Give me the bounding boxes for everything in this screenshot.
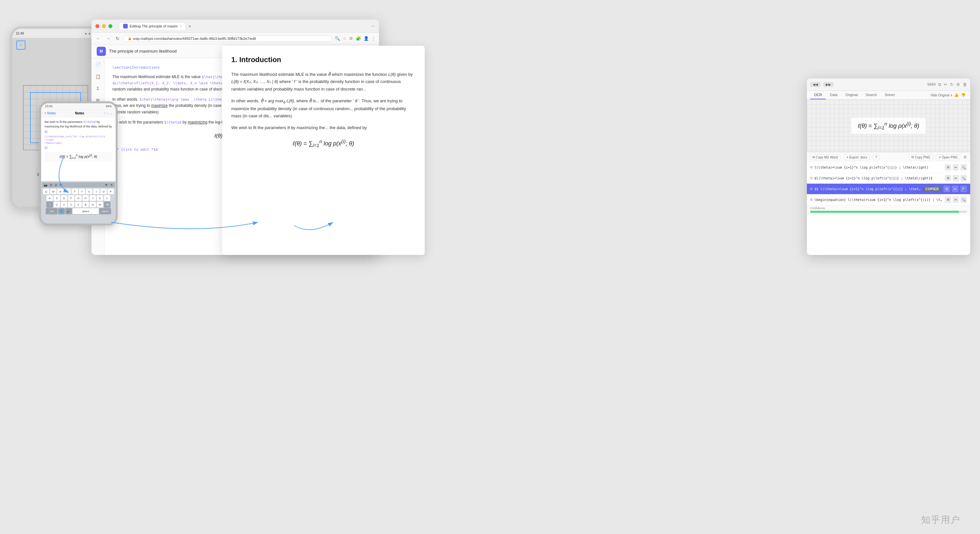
- browser-refresh-btn[interactable]: ↻: [115, 35, 121, 42]
- ocr-result-row-2[interactable]: ⧉ $l(\theta)=\sum_{i=1}^n \log p\left(x^…: [807, 173, 970, 184]
- traffic-light-green[interactable]: [108, 24, 112, 28]
- kb-key-u[interactable]: U: [86, 188, 92, 194]
- browser-menu-btn[interactable]: ⋯: [371, 24, 375, 29]
- kb-key-d[interactable]: D: [61, 195, 67, 201]
- kb-key-w[interactable]: W: [50, 188, 57, 194]
- doc-click-edit-text[interactable]: $$* click to edit *$$: [112, 147, 158, 151]
- kb-key-r[interactable]: R: [64, 188, 71, 194]
- kb-key-e[interactable]: E: [57, 188, 64, 194]
- ocr-edit-btn-3[interactable]: ✏: [952, 186, 958, 192]
- ocr-thumb-down-icon[interactable]: 👎: [961, 93, 966, 97]
- ocr-edit-btn-1[interactable]: ✏: [953, 164, 959, 171]
- kb-key-b[interactable]: B: [82, 202, 89, 207]
- ocr-copy-ms-word-btn[interactable]: ⧉ Copy MS Word: [810, 154, 840, 160]
- ocr-result-row-1[interactable]: ⧉ l(\theta)=\sum_{i=1}^n \log p\left(x^{…: [807, 162, 970, 173]
- kb-key-123[interactable]: 123: [46, 208, 57, 214]
- ocr-formula-display: ℓ(θ) = ∑i=1n log ρ(x(i); θ): [851, 118, 926, 134]
- kb-key-y[interactable]: Y: [79, 188, 85, 194]
- ocr-export-docx-btn[interactable]: ↗ Export .docx: [843, 155, 870, 160]
- browser-profile-icon[interactable]: 👤: [364, 36, 369, 41]
- kb-key-o[interactable]: O: [100, 188, 107, 194]
- sidebar-icon-sigma[interactable]: Σ: [94, 84, 102, 92]
- ocr-copy-btn-2[interactable]: ⧉: [945, 175, 951, 182]
- browser-puzzle-icon[interactable]: 🧩: [356, 36, 361, 41]
- ocr-tab-solver[interactable]: Solver: [881, 91, 899, 99]
- ocr-hide-original-btn[interactable]: Hide Original ∧: [930, 91, 953, 99]
- kb-key-backspace[interactable]: ⌫: [104, 202, 110, 207]
- kb-key-c[interactable]: C: [68, 202, 75, 207]
- ocr-search-btn-2[interactable]: 🔍: [960, 175, 967, 182]
- browser-active-tab[interactable]: Editing The principle of maxim ×: [119, 22, 186, 30]
- phone-status-battery: 92%: [106, 105, 112, 108]
- browser-back-btn[interactable]: ←: [95, 35, 102, 42]
- ocr-tab-ocr[interactable]: OCR: [810, 91, 826, 99]
- browser-url-bar[interactable]: 🔒 snip.mathpix.com/dasha/notes/445071ae-…: [124, 35, 332, 42]
- sidebar-icon-doc[interactable]: 📄: [94, 61, 102, 69]
- kb-key-l[interactable]: L: [104, 195, 110, 201]
- ocr-tab-original[interactable]: Original: [842, 91, 862, 99]
- ocr-result-row-3[interactable]: ⧉ $$ l(\theta)=\sum_{i=1}^n \log p\left(…: [807, 184, 970, 194]
- kb-key-h[interactable]: H: [82, 195, 89, 201]
- ocr-export-help-btn[interactable]: ?: [873, 155, 880, 160]
- ocr-prev-btn[interactable]: ◀◀: [810, 82, 821, 87]
- phone-back-btn[interactable]: < Notes: [45, 112, 56, 115]
- kb-key-z[interactable]: Z: [54, 202, 60, 207]
- ocr-copy-btn-4[interactable]: ⧉: [945, 196, 951, 203]
- ocr-result-2-text: $l(\theta)=\sum_{i=1}^n \log p\left(x^{(…: [815, 177, 943, 180]
- ocr-tab-data[interactable]: Data: [826, 91, 841, 99]
- kb-key-g[interactable]: G: [75, 195, 82, 201]
- ocr-copy-icon[interactable]: ⧉: [938, 82, 941, 87]
- kb-key-s[interactable]: S: [54, 195, 60, 201]
- ocr-edit-btn-2[interactable]: ✏: [953, 175, 959, 182]
- kb-key-i[interactable]: I: [93, 188, 100, 194]
- ocr-search-btn-4[interactable]: 🔍: [960, 196, 967, 203]
- kb-key-mic[interactable]: 🎤: [65, 208, 72, 214]
- kb-key-k[interactable]: K: [97, 195, 103, 201]
- browser-new-tab-btn[interactable]: +: [188, 24, 191, 29]
- kb-key-v[interactable]: V: [75, 202, 82, 207]
- ocr-edit-icon[interactable]: ✏: [944, 82, 947, 87]
- kb-key-m[interactable]: M: [97, 202, 103, 207]
- browser-more-icon[interactable]: ⋮: [371, 36, 375, 41]
- ocr-thumb-up-icon[interactable]: 👍: [954, 93, 959, 97]
- ocr-trash-icon[interactable]: 🗑: [963, 82, 967, 87]
- ocr-result-row-4[interactable]: ⧉ \begin{equation} l(\theta)=\sum_{i=1}^…: [807, 194, 970, 205]
- ocr-copy-btn-1[interactable]: ⧉: [945, 164, 951, 171]
- traffic-light-yellow[interactable]: [102, 24, 106, 28]
- browser-extensions-icon[interactable]: ⚙: [349, 36, 353, 41]
- ocr-export-settings-icon[interactable]: ⚙: [963, 155, 967, 159]
- ocr-settings-icon[interactable]: ⚙: [956, 82, 960, 87]
- sidebar-icon-pdf[interactable]: 📋: [94, 73, 102, 80]
- kb-key-x[interactable]: X: [61, 202, 67, 207]
- kb-key-f[interactable]: F: [68, 195, 75, 201]
- kb-key-return[interactable]: return: [99, 208, 111, 214]
- ocr-tab-search[interactable]: Search: [862, 91, 881, 99]
- kb-key-q[interactable]: Q: [43, 188, 49, 194]
- browser-bookmark-icon[interactable]: ☆: [343, 36, 347, 41]
- kb-key-shift[interactable]: ⇧: [46, 202, 53, 207]
- ocr-copy-btn-3[interactable]: ⧉: [943, 186, 950, 192]
- browser-search-icon[interactable]: 🔍: [335, 36, 340, 41]
- kb-key-t[interactable]: T: [72, 188, 78, 194]
- ocr-next-btn[interactable]: ▶▶: [823, 82, 834, 87]
- ocr-count: 54/54: [928, 83, 935, 86]
- ocr-header: ◀◀ ▶▶ 54/54 ⧉ ✏ ↻ ⚙ 🗑: [807, 78, 970, 91]
- kb-key-j[interactable]: J: [89, 195, 96, 201]
- ocr-search-btn-1[interactable]: 🔍: [960, 164, 967, 171]
- ocr-refresh-icon[interactable]: ↻: [950, 82, 953, 87]
- traffic-light-red[interactable]: [95, 24, 99, 28]
- browser-tab-close-btn[interactable]: ×: [180, 24, 181, 28]
- kb-key-p[interactable]: P: [108, 188, 114, 194]
- ocr-open-png-btn[interactable]: ↗ Open PNG: [936, 155, 960, 160]
- kb-key-a[interactable]: A: [46, 195, 53, 201]
- kb-key-n[interactable]: N: [89, 202, 96, 207]
- ocr-copy-png-btn[interactable]: ⧉ Copy PNG: [909, 154, 932, 160]
- kb-key-space[interactable]: space: [73, 208, 99, 214]
- browser-forward-btn[interactable]: →: [105, 35, 112, 42]
- ocr-confidence-label: Confidence: [810, 207, 967, 210]
- phone-notes-action-btns[interactable]: ↑ ··· ...: [103, 112, 112, 115]
- ocr-edit-btn-4[interactable]: ✏: [953, 196, 959, 203]
- kb-key-emoji[interactable]: 🌐: [58, 208, 65, 214]
- ocr-result-3-icon: ⧉: [810, 187, 813, 191]
- ocr-search-btn-3[interactable]: 🔍: [960, 186, 967, 192]
